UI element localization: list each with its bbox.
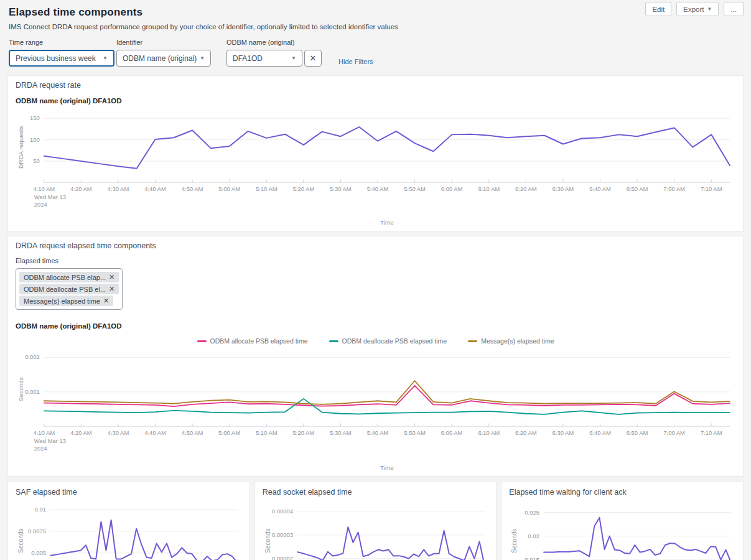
y-tick-label: 0.00003 — [271, 531, 292, 538]
legend-item-allocate[interactable]: ODBM allocate PSB elapsed time — [197, 337, 308, 345]
x-tick-label: 4:20 AM — [70, 185, 92, 192]
time-range-select[interactable]: Previous business week ▼ — [9, 50, 114, 67]
y-tick-label: 0.025 — [525, 508, 540, 515]
x-tick-label: 4:20 AM — [70, 429, 92, 436]
legend-swatch — [197, 340, 207, 342]
more-options-button[interactable]: ... — [724, 2, 744, 16]
y-axis-label: DRDA requests — [17, 126, 24, 169]
export-button[interactable]: Export▼ — [676, 2, 719, 16]
x-axis-date: 2024 — [34, 201, 47, 208]
legend-swatch — [329, 340, 338, 342]
export-button-label: Export — [683, 6, 704, 13]
edit-button[interactable]: Edit — [645, 2, 671, 16]
odbm-name-select[interactable]: DFA1OD ▼ — [226, 50, 302, 67]
components-svg: 0.0010.002Seconds4:10 AMWed Mar 1320244:… — [16, 348, 735, 472]
identifier-select[interactable]: ODBM name (original) ▼ — [116, 50, 211, 67]
saf-elapsed-time-chart[interactable]: 0.0050.00750.01Seconds4:30 AMWed Mar 132… — [16, 500, 242, 560]
x-tick-label: 6:00 AM — [441, 185, 463, 192]
x-tick-label: 6:10 AM — [478, 185, 500, 192]
page-header: Elapsed time components IMS Connect DRDA… — [0, 0, 751, 67]
more-options-icon: ... — [730, 6, 737, 13]
panel-title: Elapsed time waiting for client ack — [509, 488, 735, 497]
x-tick-label: 4:50 AM — [182, 429, 203, 436]
edit-button-label: Edit — [652, 6, 665, 13]
x-tick-label: 4:10 AM — [33, 429, 55, 436]
series-line[interactable] — [44, 127, 730, 169]
client-ack-elapsed-time-chart[interactable]: 0.0150.020.025Seconds4:30 AMWed Mar 1320… — [509, 500, 735, 560]
chip-messages-elapsed[interactable]: Message(s) elapsed time ✕ — [19, 296, 113, 306]
x-tick-label: 5:50 AM — [404, 429, 426, 436]
x-axis-label: Time — [380, 219, 394, 226]
panel-title: SAF elapsed time — [16, 488, 242, 497]
x-axis-date: Wed Mar 13 — [34, 194, 66, 200]
page-actions: Edit Export▼ ... — [645, 2, 744, 16]
chip-label: Message(s) elapsed time — [24, 297, 100, 305]
series-line[interactable] — [50, 520, 238, 560]
y-tick-label: 0.002 — [25, 353, 40, 360]
elapsed-times-label: Elapsed times — [16, 257, 735, 264]
panel-elapsed-time-components: DRDA request elapsed time components Ela… — [7, 236, 744, 477]
x-tick-label: 4:10 AM — [33, 185, 55, 192]
x-tick-label: 7:00 AM — [663, 185, 685, 192]
series-line[interactable] — [44, 381, 730, 404]
x-tick-label: 5:40 AM — [367, 185, 389, 192]
legend-label: ODBM allocate PSB elapsed time — [210, 337, 308, 345]
chip-label: ODBM allocate PSB elap... — [24, 274, 106, 281]
series-line[interactable] — [297, 527, 485, 560]
x-tick-label: 5:00 AM — [218, 429, 240, 436]
close-icon[interactable]: ✕ — [109, 285, 114, 293]
x-tick-label: 6:10 AM — [478, 429, 500, 436]
x-tick-label: 7:10 AM — [701, 429, 722, 436]
panel-title: DRDA request rate — [16, 81, 735, 90]
identifier-value: ODBM name (original) — [123, 54, 197, 63]
x-tick-label: 6:40 AM — [589, 429, 611, 436]
time-range-value: Previous business week — [16, 54, 96, 63]
y-tick-label: 0.0075 — [28, 528, 46, 534]
legend-item-messages[interactable]: Message(s) elapsed time — [468, 337, 554, 345]
bottom-panels-row: SAF elapsed time 0.0050.00750.01Seconds4… — [7, 481, 744, 560]
elapsed-times-multiselect[interactable]: ODBM allocate PSB elap... ✕ ODBM dealloc… — [16, 268, 123, 310]
y-tick-label: 0.00002 — [271, 555, 292, 560]
legend-label: Message(s) elapsed time — [481, 337, 554, 345]
clear-filter-button[interactable]: ✕ — [304, 50, 322, 67]
x-tick-label: 5:20 AM — [293, 185, 315, 192]
x-tick-label: 5:40 AM — [367, 429, 389, 436]
legend-item-deallocate[interactable]: ODBM deallocate PSB elapsed time — [329, 337, 447, 345]
filter-bar: Time range Previous business week ▼ Iden… — [9, 39, 742, 67]
y-axis-label: Seconds — [511, 529, 518, 553]
chip-odbm-deallocate[interactable]: ODBM deallocate PSB el... ✕ — [19, 284, 119, 294]
y-axis-label: Seconds — [264, 529, 271, 553]
ack-svg: 0.0150.020.025Seconds4:30 AMWed Mar 1320… — [509, 500, 735, 560]
x-tick-label: 6:00 AM — [441, 429, 463, 436]
x-axis-date: Wed Mar 13 — [34, 437, 66, 444]
x-tick-label: 5:00 AM — [218, 185, 240, 192]
y-tick-label: 0.015 — [525, 556, 540, 560]
panel-read-socket-elapsed-time: Read socket elapsed time 0.000020.000030… — [254, 481, 497, 560]
close-icon[interactable]: ✕ — [109, 273, 114, 281]
elapsed-time-components-chart[interactable]: 0.0010.002Seconds4:10 AMWed Mar 1320244:… — [16, 348, 735, 472]
x-tick-label: 6:50 AM — [627, 429, 648, 436]
chip-odbm-allocate[interactable]: ODBM allocate PSB elap... ✕ — [19, 272, 119, 282]
rate-svg: 50100150DRDA requests4:10 AMWed Mar 1320… — [16, 108, 735, 227]
x-tick-label: 5:30 AM — [330, 429, 352, 436]
chevron-down-icon: ▼ — [291, 55, 296, 61]
odbm-name-value: DFA1OD — [233, 54, 263, 63]
panel-saf-elapsed-time: SAF elapsed time 0.0050.00750.01Seconds4… — [7, 481, 250, 560]
panel-subtitle: ODBM name (original) DFA1OD — [16, 97, 735, 105]
close-icon[interactable]: ✕ — [103, 297, 109, 305]
identifier-label: Identifier — [116, 39, 211, 46]
x-tick-label: 5:20 AM — [293, 429, 315, 436]
legend-label: ODBM deallocate PSB elapsed time — [342, 337, 447, 345]
read-socket-elapsed-time-chart[interactable]: 0.000020.000030.00004Seconds4:30 AMWed M… — [263, 500, 489, 560]
legend-swatch — [468, 340, 477, 342]
x-tick-label: 7:10 AM — [701, 185, 722, 192]
y-tick-label: 0.005 — [31, 549, 46, 556]
chip-label: ODBM deallocate PSB el... — [24, 286, 106, 293]
drda-request-rate-chart[interactable]: 50100150DRDA requests4:10 AMWed Mar 1320… — [16, 108, 735, 227]
panel-subtitle: ODBM name (original) DFA1OD — [16, 322, 735, 330]
x-tick-label: 6:20 AM — [515, 185, 537, 192]
hide-filters-link[interactable]: Hide Filters — [338, 58, 373, 65]
y-tick-label: 0.001 — [25, 388, 40, 395]
panel-title: Read socket elapsed time — [263, 488, 489, 497]
series-line[interactable] — [544, 518, 731, 560]
